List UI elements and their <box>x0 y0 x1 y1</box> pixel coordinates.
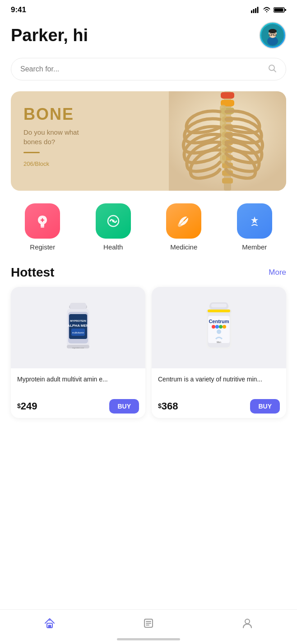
nav-list[interactable] <box>133 615 164 631</box>
nav-home[interactable] <box>34 615 65 631</box>
register-label: Register <box>30 243 55 251</box>
product-info-2: Centrum is a variety of nutritive min...… <box>152 368 286 418</box>
svg-rect-0 <box>251 10 252 13</box>
svg-rect-1 <box>253 9 255 13</box>
health-label: Health <box>103 243 123 251</box>
search-container <box>0 58 297 91</box>
svg-text:Centrum: Centrum <box>209 319 229 324</box>
action-medicine[interactable]: Medicine <box>166 203 201 251</box>
banner-image <box>169 91 286 191</box>
battery-icon <box>274 7 286 13</box>
product-info-1: Myprotein adult multivit amin e... $249 … <box>11 368 145 418</box>
banner-subtitle: Do you know what bones do? <box>23 127 96 146</box>
banner[interactable]: BONE Do you know what bones do? 206/Bloc… <box>11 91 286 191</box>
svg-text:Men: Men <box>217 341 221 343</box>
section-header: Hottest More <box>0 265 297 287</box>
nav-profile[interactable] <box>232 615 263 631</box>
banner-title: BONE <box>23 105 96 124</box>
product-price-1: $249 <box>17 400 37 412</box>
header: Parker, hi <box>0 18 297 58</box>
product-image-2: Centrum Men <box>152 287 286 368</box>
status-time: 9:41 <box>11 5 26 14</box>
svg-text:multivitamin: multivitamin <box>72 331 84 334</box>
action-register[interactable]: Register <box>25 203 60 251</box>
banner-content: BONE Do you know what bones do? 206/Bloc… <box>23 105 96 168</box>
svg-point-73 <box>245 619 250 624</box>
product-card-2[interactable]: Centrum Men Centrum is a variety of nutr… <box>152 287 286 418</box>
product-footer-2: $368 BUY <box>158 399 280 414</box>
signal-icon <box>251 7 260 13</box>
wifi-icon <box>263 7 271 13</box>
svg-rect-65 <box>211 304 227 307</box>
svg-point-60 <box>219 325 223 329</box>
medicine-label: Medicine <box>170 243 197 251</box>
svg-line-15 <box>274 70 276 72</box>
health-icon-bg <box>96 203 131 239</box>
product-name-2: Centrum is a variety of nutritive min... <box>158 375 280 394</box>
svg-point-10 <box>269 29 277 33</box>
status-bar: 9:41 <box>0 0 297 18</box>
svg-rect-6 <box>285 9 286 11</box>
banner-divider <box>23 152 40 153</box>
svg-rect-48 <box>70 303 86 309</box>
register-icon-bg <box>25 203 60 239</box>
action-member[interactable]: Member <box>237 203 272 251</box>
home-indicator <box>117 638 180 640</box>
member-label: Member <box>242 243 267 251</box>
svg-rect-5 <box>274 9 283 12</box>
member-icon-bg <box>237 203 272 239</box>
svg-rect-29 <box>222 178 233 183</box>
svg-text:ALPHA MEN: ALPHA MEN <box>67 324 88 328</box>
quick-actions: Register Health Medicine <box>0 203 297 265</box>
svg-rect-55 <box>208 310 230 312</box>
svg-rect-67 <box>48 625 51 628</box>
medicine-icon-bg <box>166 203 201 239</box>
svg-point-68 <box>49 619 51 621</box>
buy-button-2[interactable]: BUY <box>250 399 280 414</box>
svg-rect-30 <box>221 92 234 99</box>
product-card-1[interactable]: MYPROTEIN ALPHA MEN multivitamin myprote… <box>11 287 145 418</box>
product-price-2: $368 <box>158 400 178 412</box>
svg-point-36 <box>112 220 115 222</box>
products-grid: MYPROTEIN ALPHA MEN multivitamin myprote… <box>0 287 297 463</box>
product-name-1: Myprotein adult multivit amin e... <box>17 375 139 394</box>
search-input[interactable] <box>20 65 263 73</box>
svg-point-62 <box>217 329 221 334</box>
product-image-1: MYPROTEIN ALPHA MEN multivitamin myprote… <box>11 287 145 368</box>
svg-point-61 <box>223 325 226 329</box>
svg-rect-3 <box>257 7 259 13</box>
svg-point-58 <box>212 325 215 329</box>
more-button[interactable]: More <box>269 268 286 277</box>
avatar[interactable] <box>259 22 286 49</box>
section-title: Hottest <box>11 265 54 280</box>
search-icon <box>268 64 277 75</box>
svg-rect-34 <box>41 226 44 228</box>
action-health[interactable]: Health <box>96 203 131 251</box>
greeting-text: Parker, hi <box>11 26 88 45</box>
buy-button-1[interactable]: BUY <box>109 399 139 414</box>
svg-text:MYPROTEIN: MYPROTEIN <box>70 320 86 322</box>
svg-text:myprotein.com: myprotein.com <box>72 347 84 349</box>
search-bar[interactable] <box>11 58 286 80</box>
svg-rect-2 <box>255 8 256 13</box>
product-footer-1: $249 BUY <box>17 399 139 414</box>
status-icons <box>251 7 286 13</box>
svg-point-59 <box>215 325 219 329</box>
banner-stat: 206/Block <box>23 159 96 168</box>
